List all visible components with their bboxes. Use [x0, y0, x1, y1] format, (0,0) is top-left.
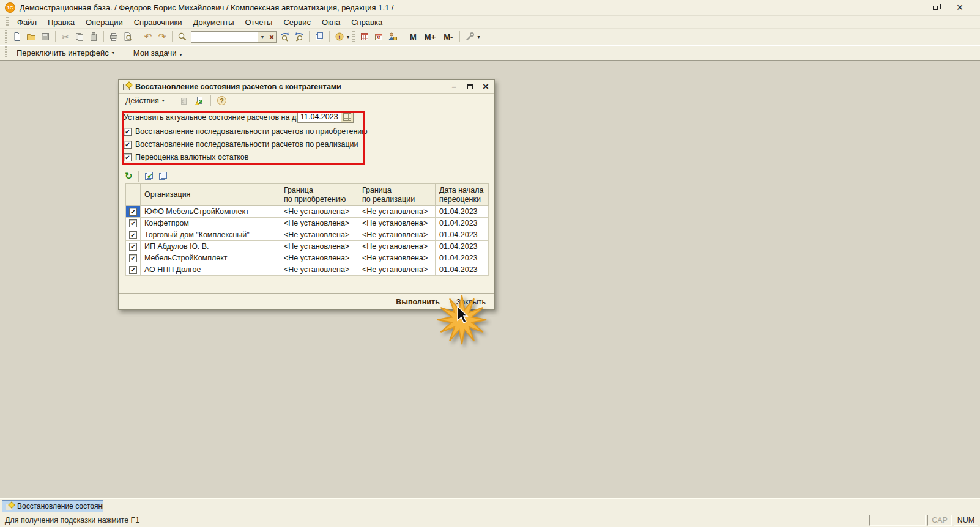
copy-icon[interactable] — [73, 31, 86, 43]
row-checkbox-checked[interactable]: ✔ — [129, 266, 137, 274]
menu-reports[interactable]: Отчеты — [240, 17, 277, 28]
toolbar-grip[interactable] — [5, 30, 7, 43]
close-icon[interactable]: × — [956, 4, 964, 12]
menu-file[interactable]: Файл — [12, 17, 42, 28]
revaluation-start-cell[interactable]: 01.04.2023 — [436, 264, 489, 276]
table-row[interactable]: ✔ ЮФО МебельСтройКомплект <Не установлен… — [126, 206, 489, 218]
column-header-revaluation-start[interactable]: Дата начала переоценки — [436, 184, 489, 206]
paste-icon[interactable] — [87, 31, 100, 43]
calendar-icon[interactable]: 31 — [372, 31, 385, 43]
restore-icon[interactable] — [931, 4, 940, 12]
sales-boundary-cell[interactable]: <Не установлена> — [358, 252, 436, 264]
open-icon[interactable] — [24, 31, 38, 43]
info-dropdown-icon[interactable]: ▾ — [347, 34, 349, 40]
calculator-icon[interactable] — [358, 31, 371, 43]
service-dropdown-icon[interactable]: ▾ — [477, 34, 480, 40]
checkbox-cell[interactable]: ✔ — [126, 229, 141, 241]
table-row[interactable]: ✔ ИП Абдулов Ю. В. <Не установлена> <Не … — [126, 241, 489, 252]
m-button[interactable]: M — [406, 32, 420, 42]
find-next-icon[interactable] — [278, 31, 292, 43]
menu-catalogs[interactable]: Справочники — [129, 17, 187, 28]
sales-boundary-cell[interactable]: <Не установлена> — [358, 206, 436, 218]
checkbox-cell[interactable]: ✔ — [126, 264, 141, 276]
save-icon[interactable] — [39, 31, 52, 43]
purchase-boundary-cell[interactable]: <Не установлена> — [280, 206, 358, 218]
table-row[interactable]: ✔ АО НПП Долгое <Не установлена> <Не уст… — [126, 264, 489, 276]
row-checkbox-checked[interactable]: ✔ — [129, 208, 137, 216]
revaluation-start-cell[interactable]: 01.04.2023 — [436, 252, 489, 264]
cut-icon[interactable]: ✂ — [59, 31, 72, 43]
table-row[interactable]: ✔ МебельСтройКомплект <Не установлена> <… — [126, 252, 489, 264]
taskbar-tab-active[interactable]: Восстановление состояния ... — [2, 500, 103, 512]
menu-operations[interactable]: Операции — [81, 17, 128, 28]
row-checkbox-checked[interactable]: ✔ — [129, 243, 137, 251]
uncheck-all-icon[interactable] — [158, 169, 169, 182]
close-button[interactable]: Закрыть — [454, 297, 488, 308]
save-values-icon[interactable] — [193, 94, 206, 107]
checkbox-cell[interactable]: ✔ — [126, 218, 141, 229]
dialog-close-icon[interactable]: × — [481, 83, 490, 91]
selected-checkbox-cell[interactable]: ✔ — [126, 206, 141, 218]
table-row[interactable]: ✔ Торговый дом "Комплексный" <Не установ… — [126, 229, 489, 241]
new-document-icon[interactable] — [10, 31, 24, 43]
info-icon[interactable]: i — [333, 31, 346, 43]
search-input[interactable] — [191, 32, 258, 42]
m-plus-button[interactable]: M+ — [421, 32, 439, 42]
revaluation-start-cell[interactable]: 01.04.2023 — [436, 206, 489, 218]
clear-search-icon[interactable]: × — [267, 32, 276, 42]
column-header-sales-boundary[interactable]: Граница по реализации — [358, 184, 436, 206]
undo-icon[interactable]: ↶ — [141, 31, 155, 43]
purchase-boundary-cell[interactable]: <Не установлена> — [280, 264, 358, 276]
purchase-boundary-cell[interactable]: <Не установлена> — [280, 218, 358, 229]
menu-service[interactable]: Сервис — [278, 17, 316, 28]
my-tasks-button[interactable]: Мои задачи ▾ — [129, 47, 187, 59]
check-all-icon[interactable]: ✔ — [144, 169, 155, 182]
checkbox-cell[interactable]: ✔ — [126, 241, 141, 252]
print-icon[interactable] — [107, 31, 121, 43]
organization-cell[interactable]: АО НПП Долгое — [141, 264, 280, 276]
sales-boundary-cell[interactable]: <Не установлена> — [358, 229, 436, 241]
minimize-icon[interactable]: – — [907, 4, 915, 12]
organization-cell[interactable]: МебельСтройКомплект — [141, 252, 280, 264]
organization-cell[interactable]: Торговый дом "Комплексный" — [141, 229, 280, 241]
menu-documents[interactable]: Документы — [188, 17, 239, 28]
refresh-icon[interactable]: ↻ — [125, 171, 133, 182]
switch-interface-button[interactable]: Переключить интерфейс ▾ — [12, 47, 119, 59]
purchase-boundary-cell[interactable]: <Не установлена> — [280, 241, 358, 252]
sales-boundary-cell[interactable]: <Не установлена> — [358, 264, 436, 276]
toolbar-grip[interactable] — [5, 46, 7, 59]
row-checkbox-checked[interactable]: ✔ — [129, 231, 137, 239]
windows-icon[interactable] — [313, 31, 326, 43]
purchase-boundary-cell[interactable]: <Не установлена> — [280, 252, 358, 264]
purchase-boundary-cell[interactable]: <Не установлена> — [280, 229, 358, 241]
sales-boundary-cell[interactable]: <Не установлена> — [358, 241, 436, 252]
row-checkbox-checked[interactable]: ✔ — [129, 254, 137, 262]
column-header-organization[interactable]: Организация — [141, 184, 280, 206]
menu-edit[interactable]: Правка — [43, 17, 80, 28]
table-row[interactable]: ✔ Конфетпром <Не установлена> <Не устано… — [126, 218, 489, 229]
restore-values-icon[interactable] — [177, 94, 191, 107]
m-minus-button[interactable]: M- — [440, 32, 456, 42]
menu-windows[interactable]: Окна — [317, 17, 345, 28]
revaluation-start-cell[interactable]: 01.04.2023 — [436, 229, 489, 241]
sales-boundary-cell[interactable]: <Не установлена> — [358, 218, 436, 229]
dialog-maximize-icon[interactable] — [466, 83, 474, 91]
search-dropdown-icon[interactable]: ▼ — [258, 32, 267, 42]
toolbar-grip[interactable] — [6, 17, 9, 27]
organization-cell[interactable]: ИП Абдулов Ю. В. — [141, 241, 280, 252]
column-header-purchase-boundary[interactable]: Граница по приобретению — [280, 184, 358, 206]
revaluation-start-cell[interactable]: 01.04.2023 — [436, 218, 489, 229]
revaluation-start-cell[interactable]: 01.04.2023 — [436, 241, 489, 252]
print-preview-icon[interactable] — [121, 31, 135, 43]
menu-help[interactable]: Справка — [346, 17, 387, 28]
service-settings-icon[interactable] — [463, 31, 477, 43]
find-previous-icon[interactable] — [292, 31, 306, 43]
checkbox-cell[interactable]: ✔ — [126, 252, 141, 264]
dialog-minimize-icon[interactable]: – — [450, 83, 458, 91]
row-checkbox-checked[interactable]: ✔ — [129, 219, 137, 227]
help-icon[interactable]: ? — [215, 94, 229, 107]
execute-button[interactable]: Выполнить — [393, 297, 442, 308]
organization-cell[interactable]: ЮФО МебельСтройКомплект — [141, 206, 280, 218]
organization-cell[interactable]: Конфетпром — [141, 218, 280, 229]
redo-icon[interactable]: ↷ — [155, 31, 169, 43]
